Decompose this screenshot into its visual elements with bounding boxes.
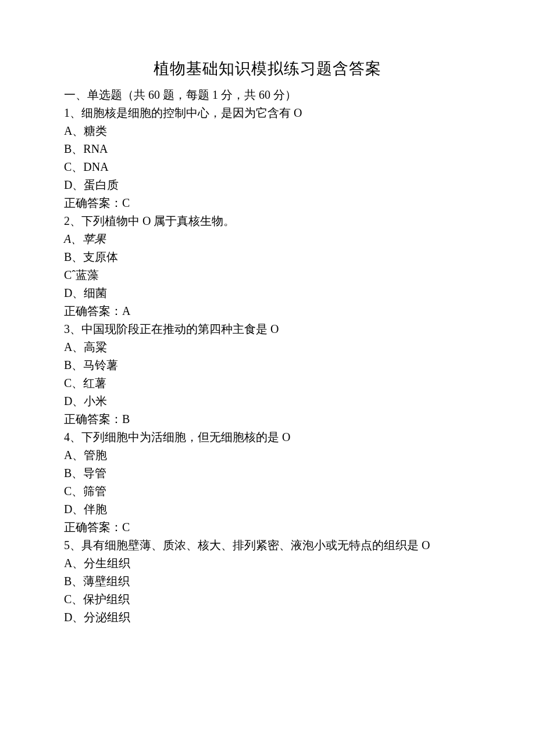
option-b: B、薄壁组织 (64, 572, 471, 590)
option-b: B、导管 (64, 464, 471, 482)
answer-line: 正确答案：C (64, 194, 471, 212)
option-c: C、保护组织 (64, 590, 471, 608)
question-stem: 1、细胞核是细胞的控制中心，是因为它含有 O (64, 104, 471, 122)
option-d: D、伴胞 (64, 500, 471, 518)
option-c: C、筛管 (64, 482, 471, 500)
option-b: B、RNA (64, 140, 471, 158)
option-b: B、马铃薯 (64, 356, 471, 374)
question-stem: 3、中国现阶段正在推动的第四种主食是 O (64, 320, 471, 338)
document-title: 植物基础知识模拟练习题含答案 (64, 58, 471, 79)
option-c: C、红薯 (64, 374, 471, 392)
answer-line: 正确答案：C (64, 518, 471, 536)
option-a: A、管胞 (64, 446, 471, 464)
question-stem: 2、下列植物中 O 属于真核生物。 (64, 212, 471, 230)
option-c: C、DNA (64, 158, 471, 176)
option-a: A、苹果 (64, 230, 471, 248)
document-page: 植物基础知识模拟练习题含答案 一、单选题（共 60 题，每题 1 分，共 60 … (0, 0, 535, 756)
option-d: D、小米 (64, 392, 471, 410)
option-d: D、细菌 (64, 284, 471, 302)
option-d: D、蛋白质 (64, 176, 471, 194)
option-d: D、分泌组织 (64, 608, 471, 626)
option-c: Cˆ蓝藻 (64, 266, 471, 284)
answer-line: 正确答案：A (64, 302, 471, 320)
question-stem: 4、下列细胞中为活细胞，但无细胞核的是 O (64, 428, 471, 446)
answer-line: 正确答案：B (64, 410, 471, 428)
option-a: A、高粱 (64, 338, 471, 356)
option-a: A、分生组织 (64, 554, 471, 572)
question-stem: 5、具有细胞壁薄、质浓、核大、排列紧密、液泡小或无特点的组织是 O (64, 536, 471, 554)
option-a: A、糖类 (64, 122, 471, 140)
option-b: B、支原体 (64, 248, 471, 266)
section-header: 一、单选题（共 60 题，每题 1 分，共 60 分） (64, 86, 471, 104)
